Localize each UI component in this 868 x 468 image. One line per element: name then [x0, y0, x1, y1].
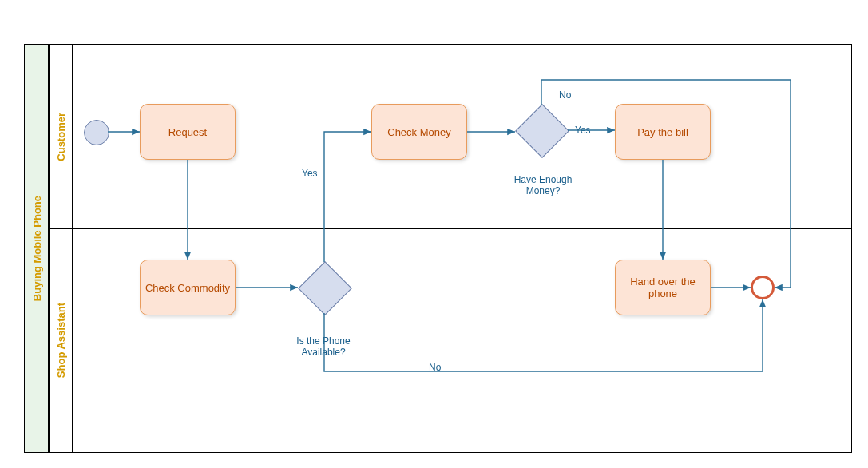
task-request-label: Request: [168, 126, 207, 138]
lane-label-assistant: Shop Assistant: [48, 228, 73, 453]
task-check-commodity-label: Check Commodity: [145, 282, 230, 294]
gateway-phone-available-label: Is the Phone Available?: [291, 335, 355, 358]
task-check-money-label: Check Money: [387, 126, 450, 138]
start-event[interactable]: [84, 120, 109, 145]
lane-label-customer: Customer: [48, 44, 73, 229]
edge-yes1: Yes: [302, 168, 318, 179]
task-request[interactable]: Request: [140, 104, 236, 160]
task-hand-over[interactable]: Hand over the phone: [615, 260, 711, 315]
task-hand-over-label: Hand over the phone: [619, 276, 707, 299]
lane-customer-text: Customer: [55, 113, 67, 161]
edge-no2: No: [559, 89, 571, 101]
task-check-commodity[interactable]: Check Commodity: [140, 260, 236, 315]
pool-title: Buying Mobile Phone: [31, 196, 43, 301]
edge-yes2: Yes: [575, 125, 591, 136]
pool-title-bar: Buying Mobile Phone: [24, 44, 50, 453]
task-pay-bill-label: Pay the bill: [637, 126, 688, 138]
lane-assistant-text: Shop Assistant: [55, 303, 67, 378]
gateway-enough-money-label: Have Enough Money?: [507, 174, 579, 196]
bpmn-canvas: Buying Mobile Phone Customer Shop Assist…: [0, 0, 868, 468]
task-check-money[interactable]: Check Money: [371, 104, 467, 160]
edge-no1: No: [429, 362, 441, 373]
task-pay-bill[interactable]: Pay the bill: [615, 104, 711, 160]
end-event[interactable]: [751, 276, 775, 299]
